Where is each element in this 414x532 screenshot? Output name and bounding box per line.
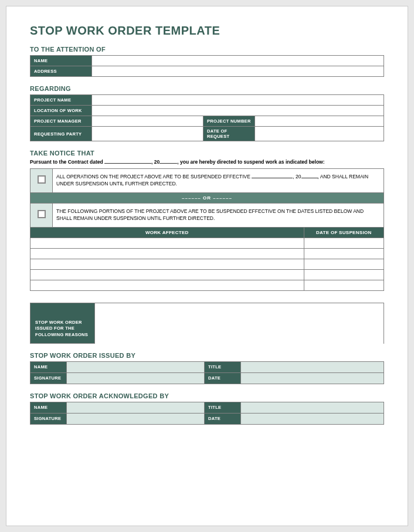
work-row-1[interactable]: [30, 238, 304, 248]
project-number-input[interactable]: [255, 116, 384, 127]
date-row-3[interactable]: [304, 259, 384, 269]
attention-name-label: NAME: [30, 56, 92, 66]
section-attention-title: TO THE ATTENTION OF: [30, 46, 384, 53]
work-row-4[interactable]: [30, 269, 304, 280]
option1-year-blank[interactable]: [301, 174, 318, 178]
option1-part-b: , 20: [293, 174, 301, 179]
ack-name-label: NAME: [30, 402, 67, 413]
issued-title-label: TITLE: [205, 361, 241, 372]
document-page: STOP WORK ORDER TEMPLATE TO THE ATTENTIO…: [6, 6, 408, 526]
option1-part-a: ALL OPERATIONS ON THE PROJECT ABOVE ARE …: [56, 174, 252, 179]
issued-name-label: NAME: [30, 361, 67, 372]
option2-checkbox[interactable]: [38, 210, 46, 218]
manager-label: PROJECT MANAGER: [30, 116, 92, 127]
pursuant-part3: , you are hereby directed to suspend wor…: [177, 159, 324, 165]
attention-address-label: ADDRESS: [30, 66, 92, 77]
date-request-input[interactable]: [255, 127, 384, 141]
ack-title-input[interactable]: [241, 402, 384, 413]
or-divider: –––––– OR ––––––: [30, 192, 384, 203]
contract-year-blank[interactable]: [160, 159, 177, 164]
option1-date-blank[interactable]: [252, 174, 293, 178]
issued-by-table: NAME TITLE SIGNATURE DATE: [30, 361, 384, 384]
contract-date-blank[interactable]: [104, 159, 151, 164]
option2-text: THE FOLLOWING PORTIONS OF THE PROJECT AB…: [53, 203, 384, 227]
options-table: ALL OPERATIONS ON THE PROJECT ABOVE ARE …: [30, 168, 384, 291]
regarding-table: PROJECT NAME LOCATION OF WORK PROJECT MA…: [30, 94, 384, 141]
issued-name-input[interactable]: [67, 361, 205, 372]
project-number-label: PROJECT NUMBER: [203, 116, 255, 127]
project-name-label: PROJECT NAME: [30, 95, 92, 106]
option1-text: ALL OPERATIONS ON THE PROJECT ABOVE ARE …: [53, 169, 384, 193]
issued-date-input[interactable]: [241, 372, 384, 384]
ack-name-input[interactable]: [67, 402, 205, 413]
option2-checkbox-cell: [30, 203, 53, 227]
section-issued-by-title: STOP WORK ORDER ISSUED BY: [30, 352, 384, 359]
work-row-5[interactable]: [30, 280, 304, 290]
date-row-4[interactable]: [304, 269, 384, 280]
requesting-label: REQUESTING PARTY: [30, 127, 92, 141]
date-request-label: DATE OF REQUEST: [203, 127, 255, 141]
location-input[interactable]: [92, 106, 384, 116]
section-regarding-title: REGARDING: [30, 85, 384, 92]
ack-signature-label: SIGNATURE: [30, 413, 67, 424]
location-label: LOCATION OF WORK: [30, 106, 92, 116]
section-notice-title: TAKE NOTICE THAT: [30, 150, 384, 157]
issued-signature-label: SIGNATURE: [30, 372, 67, 384]
manager-input[interactable]: [92, 116, 203, 127]
ack-date-label: DATE: [205, 413, 241, 424]
requesting-input[interactable]: [92, 127, 203, 141]
pursuant-part2: , 20: [151, 159, 160, 165]
section-acknowledged-title: STOP WORK ORDER ACKNOWLEDGED BY: [30, 392, 384, 399]
issued-date-label: DATE: [205, 372, 241, 384]
ack-date-input[interactable]: [241, 413, 384, 424]
work-row-3[interactable]: [30, 259, 304, 269]
ack-title-label: TITLE: [205, 402, 241, 413]
page-title: STOP WORK ORDER TEMPLATE: [30, 24, 384, 38]
work-affected-header: WORK AFFECTED: [30, 227, 304, 238]
issued-title-input[interactable]: [241, 361, 384, 372]
attention-address-input[interactable]: [92, 66, 384, 77]
date-suspension-header: DATE OF SUSPENSION: [304, 227, 384, 238]
date-row-5[interactable]: [304, 280, 384, 290]
pursuant-part1: Pursuant to the Contract dated: [30, 159, 104, 165]
work-row-2[interactable]: [30, 248, 304, 259]
pursuant-text: Pursuant to the Contract dated , 20, you…: [30, 159, 384, 165]
reasons-input[interactable]: [94, 303, 384, 344]
reasons-section: STOP WORK ORDER ISSUED FOR THE FOLLOWING…: [30, 303, 384, 344]
option1-checkbox-cell: [30, 169, 53, 193]
ack-signature-input[interactable]: [67, 413, 205, 424]
attention-name-input[interactable]: [92, 56, 384, 66]
issued-signature-input[interactable]: [67, 372, 205, 384]
project-name-input[interactable]: [92, 95, 384, 106]
date-row-2[interactable]: [304, 248, 384, 259]
option1-checkbox[interactable]: [38, 175, 46, 184]
attention-table: NAME ADDRESS: [30, 55, 384, 77]
reasons-label: STOP WORK ORDER ISSUED FOR THE FOLLOWING…: [30, 303, 94, 344]
acknowledged-by-table: NAME TITLE SIGNATURE DATE: [30, 402, 384, 425]
date-row-1[interactable]: [304, 238, 384, 248]
